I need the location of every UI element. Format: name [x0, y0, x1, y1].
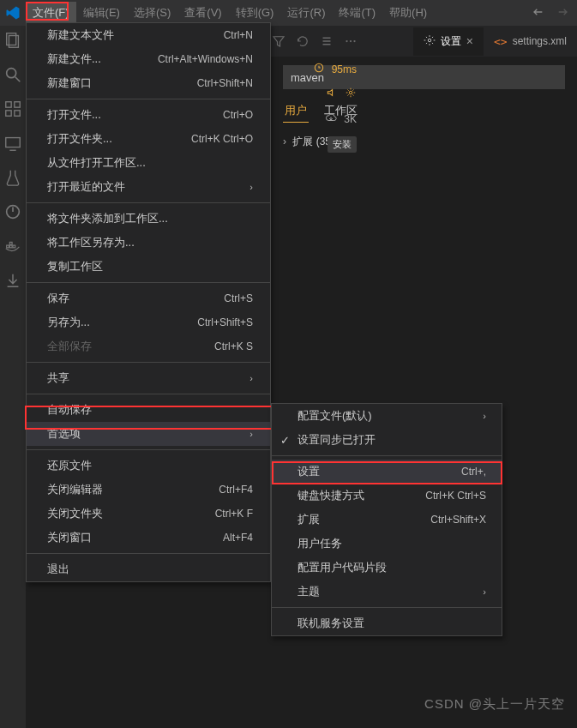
menu-file[interactable]: 文件(F) — [26, 2, 76, 24]
gear-icon — [424, 34, 436, 49]
svg-point-13 — [346, 40, 347, 42]
menu-separator — [27, 394, 270, 394]
submenu-settings-sync-on[interactable]: ✓设置同步已打开 — [272, 428, 502, 452]
refresh-icon[interactable] — [295, 33, 310, 49]
menu-separator — [27, 202, 270, 203]
svg-rect-12 — [9, 242, 12, 244]
chevron-right-icon: › — [249, 182, 253, 192]
submenu-keyboard-shortcuts[interactable]: 键盘快捷方式Ctrl+K Ctrl+S — [272, 484, 502, 508]
chevron-right-icon: › — [249, 373, 253, 383]
svg-rect-5 — [6, 111, 11, 116]
menu-new-window[interactable]: 新建窗口Ctrl+Shift+N — [27, 71, 270, 95]
menu-go[interactable]: 转到(G) — [229, 2, 281, 24]
history-icon — [313, 62, 325, 76]
ext-time: 95ms — [332, 63, 357, 75]
menu-add-folder-to-workspace[interactable]: 将文件夹添加到工作区... — [27, 207, 270, 231]
svg-point-18 — [349, 91, 352, 94]
power-icon[interactable] — [3, 202, 22, 221]
nav-forward-icon[interactable] — [556, 5, 570, 21]
svg-point-16 — [428, 39, 431, 42]
menu-new-text-file[interactable]: 新建文本文件Ctrl+N — [27, 23, 270, 47]
menu-share[interactable]: 共享› — [27, 366, 270, 390]
extensions-icon[interactable] — [3, 99, 22, 118]
vscode-logo-icon — [5, 5, 21, 21]
ext-downloads: 3K — [344, 113, 357, 125]
activity-bar — [0, 26, 26, 728]
tab-settings[interactable]: 设置 × — [413, 27, 484, 56]
submenu-settings[interactable]: 设置Ctrl+, — [272, 460, 502, 484]
install-button[interactable]: 安装 — [328, 136, 357, 153]
menu-save-workspace-as[interactable]: 将工作区另存为... — [27, 231, 270, 255]
testing-icon[interactable] — [3, 168, 22, 187]
sound-icon — [326, 87, 338, 101]
more-icon[interactable] — [343, 33, 358, 49]
watermark: CSDN @头上一片天空 — [424, 696, 565, 713]
list-icon[interactable] — [319, 33, 334, 49]
menu-preferences[interactable]: 首选项› — [27, 422, 270, 446]
explorer-icon[interactable] — [3, 31, 22, 50]
menu-separator — [27, 553, 270, 554]
svg-point-14 — [350, 40, 352, 42]
menu-open-workspace-from-file[interactable]: 从文件打开工作区... — [27, 151, 270, 175]
menu-run[interactable]: 运行(R) — [280, 2, 332, 24]
menu-separator — [27, 362, 270, 363]
cloud-download-icon — [325, 111, 337, 126]
svg-rect-3 — [6, 102, 11, 107]
close-icon[interactable]: × — [466, 34, 473, 48]
docker-icon[interactable] — [3, 237, 22, 256]
editor-tabs: 设置 × <> settings.xml — [271, 26, 577, 57]
menu-save[interactable]: 保存Ctrl+S — [27, 286, 270, 310]
menu-exit[interactable]: 退出 — [27, 557, 270, 581]
remote-icon[interactable] — [3, 134, 22, 153]
menu-open-file[interactable]: 打开文件...Ctrl+O — [27, 103, 270, 127]
download-icon[interactable] — [3, 271, 22, 290]
check-icon: ✓ — [280, 434, 290, 447]
menu-close-editor[interactable]: 关闭编辑器Ctrl+F4 — [27, 478, 270, 502]
svg-rect-10 — [9, 245, 12, 248]
tab-settings-label: 设置 — [441, 34, 461, 49]
menu-duplicate-workspace[interactable]: 复制工作区 — [27, 255, 270, 279]
tab-settings-xml[interactable]: <> settings.xml — [484, 28, 577, 55]
menu-open-recent[interactable]: 打开最近的文件› — [27, 175, 270, 199]
menu-terminal[interactable]: 终端(T) — [332, 2, 382, 24]
svg-point-15 — [353, 40, 355, 42]
menu-close-window[interactable]: 关闭窗口Alt+F4 — [27, 526, 270, 550]
menu-help[interactable]: 帮助(H) — [382, 2, 434, 24]
menu-new-file[interactable]: 新建文件...Ctrl+Alt+Windows+N — [27, 47, 270, 71]
menu-view[interactable]: 查看(V) — [177, 2, 228, 24]
menu-revert-file[interactable]: 还原文件 — [27, 454, 270, 478]
chevron-right-icon: › — [483, 411, 486, 421]
tab-settings-xml-label: settings.xml — [513, 35, 567, 47]
svg-rect-4 — [15, 102, 20, 107]
submenu-online-services-settings[interactable]: 联机服务设置 — [272, 611, 502, 635]
xml-icon: <> — [494, 35, 508, 48]
menu-selection[interactable]: 选择(S) — [127, 2, 177, 24]
preferences-submenu: 配置文件(默认)› ✓设置同步已打开 设置Ctrl+, 键盘快捷方式Ctrl+K… — [271, 403, 502, 636]
svg-rect-7 — [6, 138, 21, 147]
submenu-themes[interactable]: 主题› — [272, 580, 502, 604]
svg-rect-9 — [7, 245, 9, 248]
svg-point-2 — [7, 69, 16, 78]
chevron-right-icon: › — [483, 587, 486, 597]
submenu-profiles[interactable]: 配置文件(默认)› — [272, 404, 502, 428]
gear-icon[interactable] — [345, 87, 357, 101]
file-menu-dropdown: 新建文本文件Ctrl+N 新建文件...Ctrl+Alt+Windows+N 新… — [26, 22, 271, 582]
submenu-user-snippets[interactable]: 配置用户代码片段 — [272, 556, 502, 580]
menu-separator — [272, 455, 502, 456]
svg-rect-6 — [15, 111, 20, 116]
svg-rect-11 — [13, 245, 15, 248]
filter-icon[interactable] — [271, 33, 286, 49]
nav-back-icon[interactable] — [531, 5, 544, 21]
chevron-right-icon: › — [249, 429, 253, 439]
menu-edit[interactable]: 编辑(E) — [76, 2, 127, 24]
menu-auto-save[interactable]: 自动保存 — [27, 398, 270, 422]
menu-separator — [27, 282, 270, 283]
menu-open-folder[interactable]: 打开文件夹...Ctrl+K Ctrl+O — [27, 127, 270, 151]
menu-separator — [27, 449, 270, 450]
search-icon[interactable] — [3, 65, 22, 84]
menu-close-folder[interactable]: 关闭文件夹Ctrl+K F — [27, 502, 270, 526]
menu-save-all: 全部保存Ctrl+K S — [27, 334, 270, 358]
submenu-extensions[interactable]: 扩展Ctrl+Shift+X — [272, 508, 502, 532]
submenu-user-tasks[interactable]: 用户任务 — [272, 532, 502, 556]
menu-save-as[interactable]: 另存为...Ctrl+Shift+S — [27, 310, 270, 334]
